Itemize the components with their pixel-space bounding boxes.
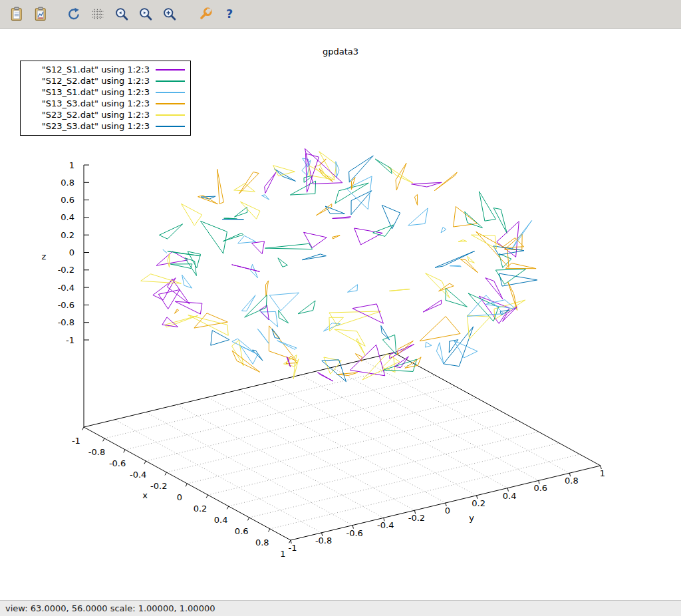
autoscale-button[interactable]: [160, 4, 180, 24]
grid-line: [229, 432, 539, 506]
x-tick-label: 0.6: [235, 526, 249, 536]
data-triangle: [450, 265, 462, 267]
export-icon: [33, 7, 48, 21]
data-triangle: [234, 184, 255, 192]
z-tick-label: 0.6: [61, 195, 74, 205]
data-triangle: [278, 258, 287, 267]
x-axis-title: x: [142, 490, 148, 500]
legend-label: "S23_S3.dat" using 1:2:3: [26, 121, 150, 131]
grid-line: [177, 404, 384, 518]
plot-title: gpdata3: [0, 47, 681, 57]
data-triangle: [158, 290, 180, 309]
configure-button[interactable]: [196, 4, 215, 24]
data-triangle: [325, 206, 344, 214]
data-triangle: [238, 235, 256, 243]
data-triangle: [302, 254, 326, 260]
z-tick-label: -1: [66, 335, 74, 345]
data-triangle: [333, 217, 351, 219]
data-triangle: [201, 221, 227, 253]
data-triangle: [472, 235, 497, 249]
grid-line: [239, 390, 446, 503]
data-triangle: [265, 172, 276, 193]
y-tick-label: 0: [445, 506, 450, 516]
clipboard-icon: [9, 7, 24, 21]
y-tick-label: 0.4: [503, 491, 517, 501]
data-triangle: [257, 329, 269, 344]
x-tick: [165, 472, 166, 475]
legend-label: "S12_S1.dat" using 1:2:3: [26, 65, 150, 75]
y-tick-label: 0.6: [533, 483, 547, 493]
x-tick-label: -0.4: [130, 470, 146, 480]
legend-line-sample: [156, 114, 185, 116]
legend-line-sample: [156, 80, 185, 82]
grid-line: [301, 375, 507, 488]
replot-button[interactable]: [64, 4, 84, 24]
data-triangle: [181, 204, 202, 226]
grid-line: [207, 397, 414, 510]
data-triangle: [499, 253, 512, 267]
grid-line: [104, 364, 414, 438]
data-triangle: [468, 256, 474, 263]
data-triangle: [324, 323, 340, 331]
y-tick-label: 0.2: [472, 498, 485, 508]
grid-line: [208, 420, 518, 495]
z-tick-label: -0.2: [58, 265, 74, 275]
z-tick-label: 0: [69, 247, 74, 257]
legend-entry: "S12_S2.dat" using 1:2:3: [26, 75, 185, 86]
z-tick-label: -0.6: [58, 300, 74, 310]
data-triangle: [408, 208, 428, 226]
zoom-next-button[interactable]: [136, 4, 156, 24]
z-tick-label: 0.8: [61, 178, 74, 188]
toggle-grid-button[interactable]: [88, 4, 108, 24]
data-triangle: [317, 204, 332, 216]
toolbar: ?: [0, 0, 681, 29]
data-triangle: [182, 275, 192, 288]
data-triangle: [468, 315, 491, 339]
data-triangle: [185, 258, 196, 276]
data-triangle: [396, 163, 406, 190]
export-to-file-button[interactable]: [31, 4, 51, 24]
status-bar: view: 63.0000, 56.0000 scale: 1.00000, 1…: [0, 600, 681, 616]
y-tick-label: -0.4: [377, 520, 394, 530]
data-triangle: [511, 221, 532, 251]
data-triangle: [170, 264, 192, 269]
zoom-previous-button[interactable]: [112, 4, 132, 24]
wrench-icon: [198, 7, 213, 21]
help-button[interactable]: ?: [219, 4, 239, 24]
data-triangle: [454, 341, 477, 358]
x-tick-label: -0.2: [150, 481, 167, 491]
data-triangle: [235, 207, 247, 217]
grid-line: [188, 409, 497, 484]
zoom-previous-icon: [114, 7, 129, 21]
copy-to-clipboard-button[interactable]: [7, 4, 27, 24]
data-triangle: [503, 307, 517, 321]
legend-label: "S13_S3.dat" using 1:2:3: [26, 98, 150, 108]
data-triangle: [153, 278, 176, 300]
data-triangle: [476, 231, 509, 267]
data-triangle: [423, 300, 442, 312]
data-triangle: [493, 208, 507, 233]
data-triangle: [434, 172, 457, 191]
data-triangle: [355, 354, 362, 362]
svg-text:?: ?: [226, 7, 233, 21]
autoscale-icon: [162, 7, 177, 21]
x-tick: [124, 450, 125, 452]
data-triangle: [337, 373, 357, 375]
legend-line-sample: [156, 69, 185, 71]
legend-entry: "S23_S2.dat" using 1:2:3: [26, 109, 185, 120]
data-triangle: [279, 310, 289, 323]
data-triangle: [217, 169, 224, 204]
data-triangle: [373, 225, 394, 237]
data-triangle: [485, 278, 503, 299]
status-text: view: 63.0000, 56.0000 scale: 1.00000, 1…: [5, 603, 215, 613]
data-triangle: [505, 263, 536, 269]
data-triangle: [435, 251, 475, 267]
x-tick: [268, 529, 269, 532]
plot-border: [84, 353, 394, 427]
y-tick-label: -0.2: [408, 513, 425, 523]
data-triangle: [382, 335, 396, 355]
data-triangle: [335, 329, 365, 346]
data-triangle: [304, 232, 327, 247]
data-triangle: [458, 240, 467, 242]
x-tick-label: -0.8: [88, 447, 105, 457]
